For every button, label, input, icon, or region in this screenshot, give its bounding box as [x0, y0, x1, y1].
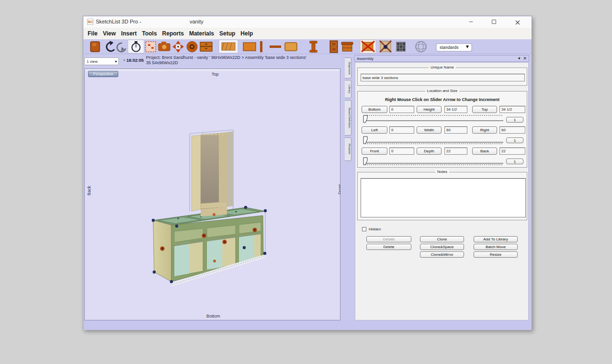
svg-text:standards: standards: [440, 45, 459, 50]
